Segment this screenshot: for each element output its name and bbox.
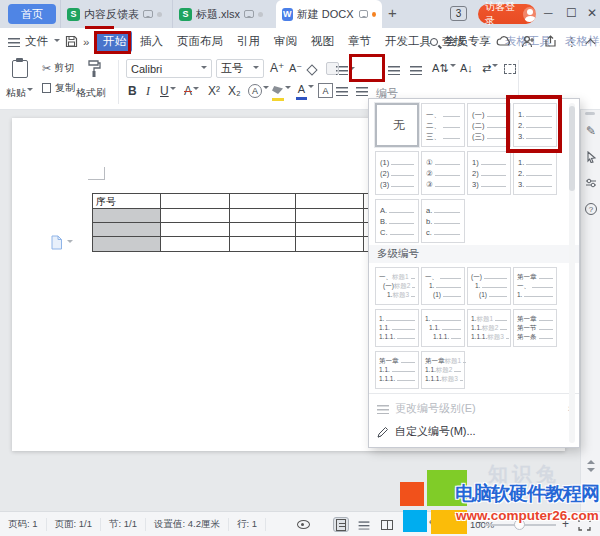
table-cell[interactable] (161, 237, 230, 251)
wrap-button[interactable]: ⇄ (482, 62, 498, 75)
collapse-ribbon-icon[interactable] (586, 38, 596, 48)
scroll-up-icon[interactable] (587, 456, 595, 464)
panel-scrollbar[interactable] (569, 103, 575, 443)
align-left-button[interactable] (336, 85, 348, 99)
paragraph-options[interactable] (50, 235, 73, 250)
share-arrow-icon[interactable] (544, 35, 557, 48)
phonetic-guide-button[interactable]: A (248, 83, 269, 98)
ribbon-tab-插入[interactable]: 插入 (134, 31, 169, 52)
status-field[interactable]: 节: 1/1 (101, 518, 146, 531)
zoom-slider-knob[interactable] (514, 519, 525, 530)
multilevel-option-6[interactable]: 1.1.1.1.1.1. (421, 309, 465, 347)
multilevel-option-10[interactable]: 第一章标题11.1.标题21.1.1.标题3 (421, 351, 465, 389)
table-cell[interactable] (161, 223, 230, 237)
subscript-button[interactable]: X₂ (228, 84, 241, 98)
italic-button[interactable]: I (146, 84, 150, 99)
paste-button[interactable]: 粘贴 (6, 86, 33, 100)
ribbon-tab-引用[interactable]: 引用 (231, 31, 266, 52)
decrease-indent-button[interactable] (388, 64, 400, 78)
numbering-option-none[interactable]: 无 (375, 103, 419, 147)
home-button[interactable]: 首页 (8, 4, 56, 24)
multilevel-option-5[interactable]: 1.1.1.1.1.1. (375, 309, 419, 347)
table-cell[interactable]: 序号 (93, 194, 161, 209)
visitor-login-button[interactable]: 访客登录 (478, 4, 536, 24)
save-icon[interactable] (65, 35, 78, 48)
table-cell[interactable] (296, 194, 364, 209)
superscript-button[interactable]: X² (208, 84, 220, 98)
zoom-in-button[interactable]: + (562, 517, 569, 531)
table-cell[interactable] (161, 194, 230, 209)
strikethrough-button[interactable]: A (184, 84, 199, 98)
align-center-button[interactable] (356, 85, 368, 99)
share-user-icon[interactable] (521, 35, 535, 48)
sidebar-handle[interactable] (585, 112, 595, 115)
format-painter-icon[interactable] (86, 59, 102, 79)
new-tab-button[interactable]: + (388, 4, 397, 21)
numbering-option-6[interactable]: 1)2)3) (467, 151, 511, 195)
table-cell[interactable] (296, 223, 364, 237)
fullscreen-icon[interactable] (578, 518, 591, 531)
table-cell[interactable] (296, 237, 364, 251)
status-field[interactable]: 页面: 1/1 (47, 518, 102, 531)
select-cursor-icon[interactable] (584, 150, 598, 164)
numbering-option-2[interactable]: (一)(二)(三) (467, 103, 511, 147)
maximize-button[interactable]: ☐ (566, 6, 577, 20)
cloud-sync-icon[interactable] (496, 35, 512, 48)
numbering-option-9[interactable]: a.b.c. (421, 199, 465, 243)
table-cell[interactable] (93, 209, 161, 223)
numbering-option-1[interactable]: 一、二、三、 (421, 103, 465, 147)
highlight-color-button[interactable] (272, 83, 291, 101)
font-size-select[interactable]: 五号 (216, 59, 264, 78)
character-border-button[interactable]: A (318, 83, 333, 98)
numbering-option-7[interactable]: 1.2.3. (513, 151, 557, 195)
adjust-slider-icon[interactable] (584, 176, 598, 190)
web-view-icon[interactable]: ⊕ (402, 517, 418, 532)
numbering-option-8[interactable]: A.B.C. (375, 199, 419, 243)
window-count-badge[interactable]: 3 (450, 6, 467, 21)
sort-button[interactable]: A↓ (460, 62, 473, 74)
ribbon-tab-审阅[interactable]: 审阅 (268, 31, 303, 52)
underline-button[interactable]: U (160, 84, 176, 98)
page-view-icon[interactable] (333, 517, 349, 532)
multilevel-option-8[interactable]: 第一章第一节第一条 (513, 309, 557, 347)
font-name-select[interactable]: Calibri (126, 59, 212, 78)
paste-icon[interactable] (12, 60, 28, 78)
help-icon[interactable]: ? (584, 202, 598, 216)
font-color-button[interactable]: A (296, 82, 314, 100)
increase-indent-button[interactable] (410, 64, 422, 78)
overflow-chevrons[interactable]: » (83, 36, 89, 48)
book-view-icon[interactable] (379, 517, 395, 532)
eye-protection-icon[interactable] (295, 517, 311, 532)
ribbon-tab-页面布局[interactable]: 页面布局 (171, 31, 229, 52)
panel-scrollbar-thumb[interactable] (569, 106, 575, 191)
scroll-down-icon[interactable] (587, 468, 595, 476)
minimize-button[interactable]: ─ (544, 6, 553, 20)
format-painter-button[interactable]: 格式刷 (76, 86, 106, 100)
increase-font-button[interactable]: A⁺ (270, 61, 284, 75)
status-field[interactable]: 行: 1 (229, 518, 266, 531)
multilevel-option-2[interactable]: 一、1.(1) (421, 267, 465, 305)
ink-view-icon[interactable]: ✎ (425, 517, 441, 532)
bold-button[interactable]: B (128, 84, 137, 98)
comment-bubble-icon[interactable] (244, 10, 254, 18)
fit-page-icon[interactable]: □ (449, 517, 465, 532)
status-field[interactable]: 页码: 1 (8, 518, 47, 531)
hamburger-icon[interactable] (8, 37, 20, 47)
outline-view-icon[interactable] (356, 517, 372, 532)
multilevel-option-9[interactable]: 第一章1.1.1.1.1. (375, 351, 419, 389)
multilevel-option-4[interactable]: 第一章一、1. (513, 267, 557, 305)
table-cell[interactable] (230, 237, 296, 251)
zoom-out-button[interactable]: − (476, 517, 482, 528)
document-tab[interactable]: S标题.xlsx (172, 0, 270, 28)
document-tab[interactable]: W新建 DOCX 文 (276, 0, 382, 28)
table-cell[interactable] (230, 223, 296, 237)
table-cell[interactable] (93, 223, 161, 237)
table-cell[interactable] (93, 237, 161, 251)
comment-bubble-icon[interactable] (143, 10, 153, 18)
table-cell[interactable] (230, 194, 296, 209)
search-control[interactable]: 查找 (430, 34, 465, 49)
ribbon-tab-视图[interactable]: 视图 (305, 31, 340, 52)
file-menu-caret-icon[interactable] (54, 39, 60, 45)
multilevel-option-1[interactable]: 一、标题1(一)标题21.标题3 (375, 267, 419, 305)
file-menu[interactable]: 文件 (25, 34, 48, 49)
